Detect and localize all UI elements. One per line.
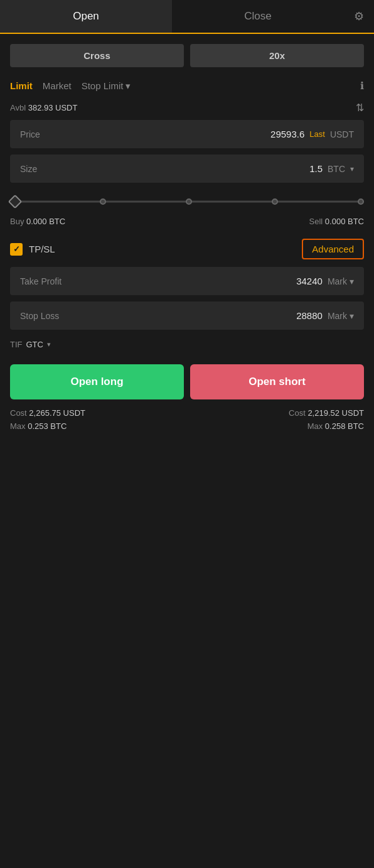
info-icon[interactable]: ℹ: [360, 80, 364, 92]
transfer-icon[interactable]: ⇅: [356, 102, 364, 114]
position-slider[interactable]: [10, 195, 364, 208]
tif-value: GTC: [26, 340, 43, 349]
size-right: 1.5 BTC ▾: [309, 163, 354, 174]
tif-row: TIF GTC ▾: [10, 340, 364, 349]
tpsl-label: TP/SL: [29, 244, 55, 254]
stop-loss-mark-label: Mark: [328, 311, 347, 321]
tab-bar: Open Close ⚙: [0, 0, 374, 34]
open-long-button[interactable]: Open long: [10, 364, 184, 399]
stop-loss-label: Stop Loss: [20, 311, 59, 321]
stop-loss-dropdown-icon: ▾: [350, 311, 354, 321]
slider-track-wrapper: [10, 195, 364, 208]
mode-row: Cross 20x: [10, 44, 364, 67]
size-field[interactable]: Size 1.5 BTC ▾: [10, 155, 364, 183]
short-max: Max 0.258 BTC: [307, 421, 364, 431]
open-short-button[interactable]: Open short: [190, 364, 364, 399]
take-profit-label: Take Profit: [20, 276, 61, 286]
take-profit-mark-label: Mark: [328, 276, 347, 286]
short-cost: Cost 2,219.52 USDT: [289, 408, 364, 418]
take-profit-mark-dropdown[interactable]: Mark ▾: [328, 276, 354, 286]
take-profit-right: 34240 Mark ▾: [296, 276, 354, 286]
sell-label: Sell: [309, 217, 323, 226]
balance-row: Avbl 382.93 USDT ⇅: [10, 102, 364, 114]
buy-sell-row: Buy 0.000 BTC Sell 0.000 BTC: [10, 217, 364, 226]
market-button[interactable]: Market: [43, 80, 72, 91]
advanced-button[interactable]: Advanced: [302, 239, 364, 259]
avbl-label: Avbl 382.93 USDT: [10, 103, 77, 112]
tpsl-row: ✓ TP/SL Advanced: [10, 239, 364, 259]
short-max-value: 0.258 BTC: [325, 421, 364, 431]
size-value: 1.5: [309, 163, 323, 174]
long-max: Max 0.253 BTC: [10, 421, 67, 431]
tpsl-checkbox[interactable]: ✓: [10, 243, 23, 256]
stop-loss-field[interactable]: Stop Loss 28880 Mark ▾: [10, 301, 364, 330]
price-field[interactable]: Price 29593.6 Last USDT: [10, 120, 364, 148]
sell-amount: Sell 0.000 BTC: [309, 217, 364, 226]
slider-tick-3: [272, 198, 278, 205]
long-cost-label: Cost: [10, 408, 27, 418]
short-max-label: Max: [307, 421, 323, 431]
stop-limit-button[interactable]: Stop Limit ▾: [82, 80, 131, 92]
long-max-label: Max: [10, 421, 26, 431]
take-profit-value: 34240: [296, 276, 323, 286]
limit-button[interactable]: Limit: [10, 80, 33, 91]
price-value: 29593.6: [270, 129, 304, 139]
long-cost: Cost 2,265.75 USDT: [10, 408, 85, 418]
tab-open[interactable]: Open: [0, 0, 172, 33]
long-max-value: 0.253 BTC: [28, 421, 67, 431]
slider-tick-2: [186, 198, 192, 205]
sell-value: 0.000 BTC: [325, 217, 364, 226]
leverage-button[interactable]: 20x: [190, 44, 364, 67]
tick-marks: [10, 195, 364, 208]
short-cost-label: Cost: [289, 408, 306, 418]
size-label: Size: [20, 164, 37, 174]
avbl-amount: 382.93 USDT: [28, 103, 78, 112]
price-unit: USDT: [330, 129, 354, 139]
stop-loss-mark-dropdown[interactable]: Mark ▾: [328, 311, 354, 321]
cost-row: Cost 2,265.75 USDT Cost 2,219.52 USDT: [10, 408, 364, 418]
tab-close[interactable]: Close: [172, 0, 344, 33]
checkmark-icon: ✓: [13, 244, 20, 254]
take-profit-dropdown-icon: ▾: [350, 276, 354, 286]
tif-label: TIF: [10, 340, 23, 349]
size-unit: BTC: [328, 164, 345, 174]
max-row: Max 0.253 BTC Max 0.258 BTC: [10, 421, 364, 431]
size-dropdown-icon[interactable]: ▾: [350, 165, 354, 173]
settings-icon[interactable]: ⚙: [344, 9, 374, 23]
buy-value: 0.000 BTC: [26, 217, 65, 226]
price-label: Price: [20, 129, 40, 139]
tif-dropdown-icon[interactable]: ▾: [47, 340, 51, 349]
tpsl-left: ✓ TP/SL: [10, 243, 55, 256]
slider-handle[interactable]: [8, 195, 23, 209]
cross-button[interactable]: Cross: [10, 44, 184, 67]
buy-amount: Buy 0.000 BTC: [10, 217, 65, 226]
price-right: 29593.6 Last USDT: [270, 129, 354, 139]
order-type-row: Limit Market Stop Limit ▾ ℹ: [10, 80, 364, 92]
stop-loss-value: 28880: [296, 310, 323, 321]
slider-tick-1: [100, 198, 106, 205]
price-tag: Last: [309, 129, 325, 139]
long-cost-value: 2,265.75 USDT: [29, 408, 85, 418]
chevron-down-icon: ▾: [126, 80, 131, 92]
main-content: Cross 20x Limit Market Stop Limit ▾ ℹ Av…: [0, 34, 374, 445]
action-buttons: Open long Open short: [10, 364, 364, 399]
short-cost-value: 2,219.52 USDT: [307, 408, 364, 418]
stop-loss-right: 28880 Mark ▾: [296, 310, 354, 321]
take-profit-field[interactable]: Take Profit 34240 Mark ▾: [10, 267, 364, 295]
buy-label: Buy: [10, 217, 24, 226]
slider-tick-4: [358, 198, 364, 205]
